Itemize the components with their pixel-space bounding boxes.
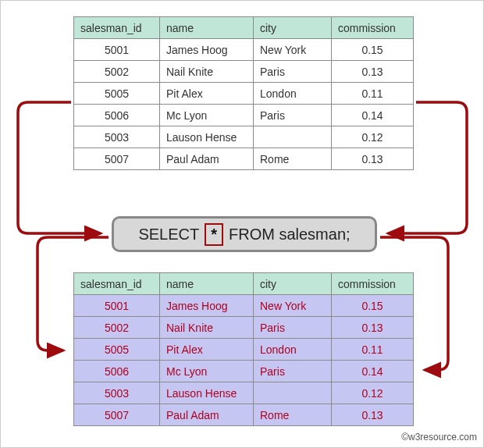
cell: 5006 bbox=[74, 361, 160, 382]
cell: Nail Knite bbox=[160, 61, 254, 83]
table-row: 5005 Pit Alex London 0.11 bbox=[74, 339, 414, 361]
cell: New York bbox=[254, 39, 332, 61]
table-row: 5002 Nail Knite Paris 0.13 bbox=[74, 317, 414, 339]
cell: 5007 bbox=[74, 404, 160, 426]
table-row: 5002 Nail Knite Paris 0.13 bbox=[74, 61, 414, 83]
cell: London bbox=[254, 83, 332, 105]
cell: 0.14 bbox=[332, 105, 414, 126]
table-header-row: salesman_id name city commission bbox=[74, 17, 414, 39]
table-header-row: salesman_id name city commission bbox=[74, 273, 414, 295]
table-row: 5007 Paul Adam Rome 0.13 bbox=[74, 148, 414, 170]
cell: Paul Adam bbox=[160, 404, 254, 426]
col-header-commission: commission bbox=[332, 273, 414, 295]
cell: 5002 bbox=[74, 317, 160, 339]
cell: 5002 bbox=[74, 61, 160, 83]
col-header-salesman-id: salesman_id bbox=[74, 17, 160, 39]
cell: 0.11 bbox=[332, 83, 414, 105]
cell: 5005 bbox=[74, 339, 160, 361]
cell: Lauson Hense bbox=[160, 382, 254, 404]
query-from: FROM salesman; bbox=[226, 226, 354, 244]
credit-text: ©w3resource.com bbox=[401, 432, 477, 443]
col-header-commission: commission bbox=[332, 17, 414, 39]
cell: Paris bbox=[254, 105, 332, 126]
cell: Lauson Hense bbox=[160, 126, 254, 148]
cell: 0.12 bbox=[332, 126, 414, 148]
col-header-city: city bbox=[254, 17, 332, 39]
table-row: 5003 Lauson Hense 0.12 bbox=[74, 126, 414, 148]
sql-query-box: SELECT * FROM salesman; bbox=[112, 216, 377, 252]
cell: Rome bbox=[254, 148, 332, 170]
cell: Paris bbox=[254, 61, 332, 83]
table-row: 5001 James Hoog New York 0.15 bbox=[74, 39, 414, 61]
cell: Mc Lyon bbox=[160, 105, 254, 126]
cell: Paul Adam bbox=[160, 148, 254, 170]
cell: London bbox=[254, 339, 332, 361]
cell: 5003 bbox=[74, 126, 160, 148]
cell: Paris bbox=[254, 361, 332, 382]
cell bbox=[254, 382, 332, 404]
table-row: 5006 Mc Lyon Paris 0.14 bbox=[74, 105, 414, 126]
cell: 5003 bbox=[74, 382, 160, 404]
cell: James Hoog bbox=[160, 295, 254, 317]
table-row: 5005 Pit Alex London 0.11 bbox=[74, 83, 414, 105]
col-header-salesman-id: salesman_id bbox=[74, 273, 160, 295]
cell: 5005 bbox=[74, 83, 160, 105]
cell: 0.15 bbox=[332, 39, 414, 61]
cell: 0.13 bbox=[332, 317, 414, 339]
cell: 0.13 bbox=[332, 404, 414, 426]
cell: 5001 bbox=[74, 39, 160, 61]
cell: 0.13 bbox=[332, 61, 414, 83]
table-row: 5007 Paul Adam Rome 0.13 bbox=[74, 404, 414, 426]
result-table: salesman_id name city commission 5001 Ja… bbox=[73, 272, 414, 426]
table-row: 5006 Mc Lyon Paris 0.14 bbox=[74, 361, 414, 382]
col-header-name: name bbox=[160, 273, 254, 295]
cell: New York bbox=[254, 295, 332, 317]
table-row: 5003 Lauson Hense 0.12 bbox=[74, 382, 414, 404]
cell: James Hoog bbox=[160, 39, 254, 61]
cell: 5006 bbox=[74, 105, 160, 126]
cell: Paris bbox=[254, 317, 332, 339]
cell: 0.13 bbox=[332, 148, 414, 170]
cell bbox=[254, 126, 332, 148]
cell: Pit Alex bbox=[160, 83, 254, 105]
cell: Rome bbox=[254, 404, 332, 426]
cell: Pit Alex bbox=[160, 339, 254, 361]
query-select: SELECT bbox=[135, 226, 202, 244]
cell: Mc Lyon bbox=[160, 361, 254, 382]
source-table: salesman_id name city commission 5001 Ja… bbox=[73, 16, 414, 170]
col-header-name: name bbox=[160, 17, 254, 39]
cell: 0.15 bbox=[332, 295, 414, 317]
table-row: 5001 James Hoog New York 0.15 bbox=[74, 295, 414, 317]
cell: 0.11 bbox=[332, 339, 414, 361]
col-header-city: city bbox=[254, 273, 332, 295]
cell: 0.14 bbox=[332, 361, 414, 382]
cell: 0.12 bbox=[332, 382, 414, 404]
query-star: * bbox=[205, 223, 223, 246]
cell: Nail Knite bbox=[160, 317, 254, 339]
diagram-canvas: salesman_id name city commission 5001 Ja… bbox=[1, 1, 483, 447]
cell: 5007 bbox=[74, 148, 160, 170]
cell: 5001 bbox=[74, 295, 160, 317]
